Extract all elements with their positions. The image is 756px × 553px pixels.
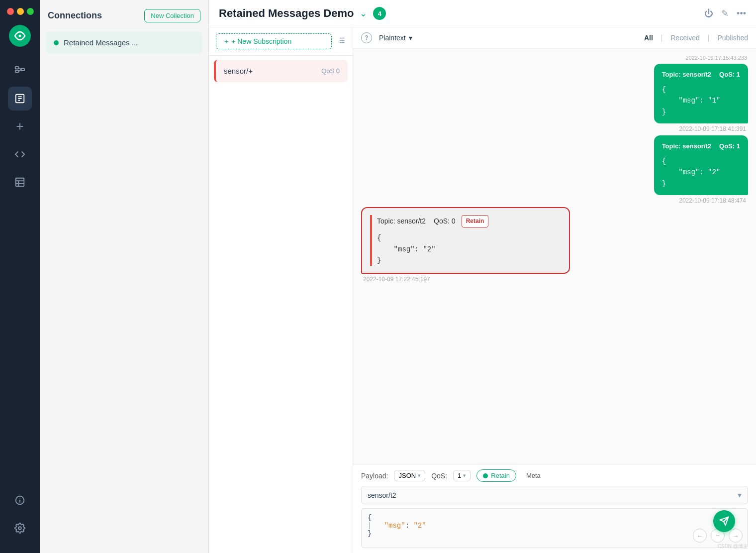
svg-rect-12 [16,178,24,187]
retain-badge: Retain [462,215,489,227]
minimize-button[interactable] [17,8,24,15]
payload-nav: ← − → [693,529,743,543]
message-content: { "msg": "2" } [662,156,740,189]
message-timestamp: 2022-10-09 17:18:41:391 [654,125,748,132]
svg-point-19 [18,527,21,530]
message-header: Topic: sensor/t2 QoS: 0 Retain [377,215,561,227]
help-icon[interactable]: ? [361,32,372,43]
connections-panel: Connections New Collection Retained Mess… [40,0,209,553]
sidebar-item-info[interactable] [8,488,32,512]
format-select-container[interactable]: JSON ▾ [394,470,425,481]
format-select-value: JSON [398,472,416,479]
send-button[interactable] [713,510,735,532]
chevron-down-icon: ▾ [418,472,421,479]
qos-label: QoS: [431,472,447,480]
sidebar-item-connections[interactable] [8,59,32,83]
message-header: Topic: sensor/t2 QoS: 1 [662,70,740,80]
compose-area: Payload: JSON ▾ QoS: 1 ▾ Retain Meta [353,464,756,553]
retain-toggle-dot [483,473,488,478]
message-bubble-sent-2: Topic: sensor/t2 QoS: 1 { "msg": "2" } [654,135,748,195]
filter-icon[interactable] [337,36,346,47]
subscription-item-sensor[interactable]: sensor/+ QoS 0 [214,60,348,82]
connections-title: Connections [48,10,102,21]
message-qos: QoS: 1 [719,141,740,152]
svg-rect-1 [15,67,18,69]
power-icon[interactable]: ⏻ [704,8,713,19]
top-bar-actions: ⏻ ✎ ••• [704,8,746,19]
plus-icon: + [224,37,228,45]
connection-item-retained-messages[interactable]: Retained Messages ... [46,31,202,54]
subscriptions-header: + + New Subscription [209,27,353,56]
traffic-lights [0,8,34,15]
payload-text: { | "msg": "2" } [368,514,742,538]
sidebar-item-code[interactable] [8,142,32,166]
message-filter-tabs: All | Received | Published [644,33,748,43]
subscriptions-panel: + + New Subscription sensor/+ QoS [209,27,353,553]
chevron-down-icon[interactable]: ⌄ [360,8,367,19]
format-label: Plaintext [379,34,406,42]
payload-label: Payload: [361,472,388,480]
svg-rect-3 [21,68,24,71]
message-qos: QoS: 1 [719,70,740,80]
message-header: Topic: sensor/t2 QoS: 1 [662,141,740,152]
retain-toggle-label: Retain [491,472,510,479]
svg-point-0 [19,35,21,37]
message-timestamp: 2022-10-09 17:22:45:197 [361,276,570,283]
connection-title: Retained Messages Demo [219,7,354,20]
close-button[interactable] [7,8,14,15]
message-topic: Topic: sensor/t2 [662,141,711,152]
topic-input[interactable] [368,491,738,499]
qos-select-value: 1 [458,472,461,479]
sidebar-item-settings[interactable] [8,516,32,540]
message-bubble-sent-1: Topic: sensor/t2 QoS: 1 { "msg": "1" } [654,64,748,123]
message-sent-1: Topic: sensor/t2 QoS: 1 { "msg": "1" } 2… [654,64,748,132]
topic-row: ▾ [361,486,748,504]
payload-nav-forward[interactable]: → [729,529,743,543]
more-options-icon[interactable]: ••• [737,8,746,19]
edit-icon[interactable]: ✎ [721,8,729,19]
messages-toolbar: ? Plaintext ▾ All | Received | Published [353,27,756,49]
chevron-down-icon[interactable]: ▾ [738,490,742,500]
retain-toggle[interactable]: Retain [476,469,516,482]
messages-panel: ? Plaintext ▾ All | Received | Published… [353,27,756,553]
sidebar-nav [8,59,32,488]
message-count-badge: 4 [373,7,386,20]
sidebar-item-plus[interactable] [8,114,32,138]
svg-rect-2 [15,70,18,73]
message-sent-2: Topic: sensor/t2 QoS: 1 { "msg": "2" } 2… [654,135,748,204]
tab-published[interactable]: Published [718,33,749,43]
main-content: Retained Messages Demo ⌄ 4 ⏻ ✎ ••• + + N… [209,0,756,553]
format-dropdown[interactable]: Plaintext ▾ [379,34,412,42]
connection-status-dot [54,40,59,45]
tab-received[interactable]: Received [670,33,699,43]
subscription-qos: QoS 0 [321,67,340,75]
new-subscription-button[interactable]: + + New Subscription [216,33,332,49]
messages-list: 2022-10-09 17:15:43:233 Topic: sensor/t2… [353,49,756,464]
maximize-button[interactable] [27,8,34,15]
subscription-topic: sensor/+ [224,67,321,75]
connection-name: Retained Messages ... [64,38,138,47]
meta-button[interactable]: Meta [522,470,545,481]
app-logo [9,25,31,47]
message-content: { "msg": "1" } [662,84,740,117]
new-collection-button[interactable]: New Collection [144,9,200,22]
message-received-1: Topic: sensor/t2 QoS: 0 Retain { "msg": … [361,207,570,283]
message-timestamp: 2022-10-09 17:18:48:474 [654,197,748,204]
payload-area[interactable]: { | "msg": "2" } ← − → [361,508,748,548]
tab-all[interactable]: All [644,33,653,43]
sidebar-item-scripts[interactable] [8,87,32,111]
qos-select-container[interactable]: 1 ▾ [453,470,471,481]
message-topic: Topic: sensor/t2 [377,216,426,226]
content-area: + + New Subscription sensor/+ QoS [209,27,756,553]
message-topic: Topic: sensor/t2 [662,70,711,80]
sidebar-item-data[interactable] [8,170,32,194]
chevron-down-icon: ▾ [409,34,412,42]
payload-nav-back[interactable]: ← [693,529,707,543]
message-bubble-received-1: Topic: sensor/t2 QoS: 0 Retain { "msg": … [361,207,570,274]
watermark: CSDN @博主 [718,543,748,550]
sidebar [0,0,40,553]
top-bar: Retained Messages Demo ⌄ 4 ⏻ ✎ ••• [209,0,756,27]
compose-toolbar: Payload: JSON ▾ QoS: 1 ▾ Retain Meta [361,469,748,482]
chevron-down-icon: ▾ [463,472,466,479]
connections-header: Connections New Collection [40,0,208,29]
